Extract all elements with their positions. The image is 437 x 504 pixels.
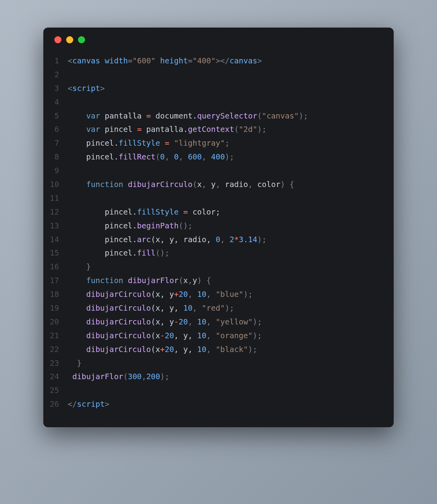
code-line[interactable]: 14 pincel.arc(x, y, radio, 0, 2*3.14); xyxy=(43,233,394,247)
code-content[interactable]: pincel.fillRect(0, 0, 600, 400); xyxy=(68,150,234,164)
code-editor[interactable]: 1<canvas width="600" height="400"></canv… xyxy=(43,43,394,427)
code-content[interactable]: function dibujarFlor(x,y) { xyxy=(68,274,211,288)
line-number: 13 xyxy=(43,219,68,233)
code-content[interactable]: dibujarCirculo(x, y, 10, "red"); xyxy=(68,302,234,315)
code-line[interactable]: 24 dibujarFlor(300,200); xyxy=(43,370,394,384)
code-line[interactable]: 5 var pantalla = document.querySelector(… xyxy=(43,109,394,123)
code-line[interactable]: 10 function dibujarCirculo(x, y, radio, … xyxy=(43,178,394,192)
line-number: 14 xyxy=(43,233,68,247)
code-content[interactable]: dibujarFlor(300,200); xyxy=(68,370,169,384)
code-line[interactable]: 11 xyxy=(43,192,394,206)
line-number: 4 xyxy=(43,96,68,109)
line-number: 1 xyxy=(43,54,68,68)
maximize-icon[interactable] xyxy=(78,36,85,43)
code-line[interactable]: 4 xyxy=(43,96,394,109)
line-number: 5 xyxy=(43,109,68,123)
code-line[interactable]: 6 var pincel = pantalla.getContext("2d")… xyxy=(43,123,394,137)
code-line[interactable]: 7 pincel.fillStyle = "lightgray"; xyxy=(43,137,394,150)
code-line[interactable]: 2 xyxy=(43,68,394,82)
code-content[interactable]: <script> xyxy=(68,82,105,96)
close-icon[interactable] xyxy=(54,36,61,43)
code-line[interactable]: 18 dibujarCirculo(x, y+20, 10, "blue"); xyxy=(43,288,394,302)
code-content[interactable]: var pantalla = document.querySelector("c… xyxy=(68,109,308,123)
code-line[interactable]: 3<script> xyxy=(43,82,394,96)
code-content[interactable]: </script> xyxy=(68,398,109,411)
code-content[interactable]: dibujarCirculo(x+20, y, 10, "black"); xyxy=(68,343,257,357)
line-number: 3 xyxy=(43,82,68,96)
code-content[interactable]: dibujarCirculo(x, y-20, 10, "yellow"); xyxy=(68,315,262,329)
line-number: 17 xyxy=(43,274,68,288)
code-line[interactable]: 15 pincel.fill(); xyxy=(43,246,394,260)
code-line[interactable]: 23 } xyxy=(43,357,394,371)
line-number: 11 xyxy=(43,192,68,206)
code-content[interactable]: pincel.fill(); xyxy=(68,246,169,260)
line-number: 26 xyxy=(43,398,68,411)
code-content[interactable]: } xyxy=(68,260,91,274)
code-content[interactable]: } xyxy=(68,357,81,371)
line-number: 2 xyxy=(43,68,68,82)
line-number: 19 xyxy=(43,302,68,315)
code-content[interactable]: function dibujarCirculo(x, y, radio, col… xyxy=(68,178,294,192)
code-content[interactable]: dibujarCirculo(x-20, y, 10, "orange"); xyxy=(68,329,262,343)
line-number: 15 xyxy=(43,246,68,260)
line-number: 10 xyxy=(43,178,68,192)
code-line[interactable]: 9 xyxy=(43,164,394,178)
code-line[interactable]: 21 dibujarCirculo(x-20, y, 10, "orange")… xyxy=(43,329,394,343)
code-line[interactable]: 16 } xyxy=(43,260,394,274)
line-number: 23 xyxy=(43,357,68,371)
line-number: 8 xyxy=(43,150,68,164)
line-number: 18 xyxy=(43,288,68,302)
line-number: 9 xyxy=(43,164,68,178)
code-content[interactable]: pincel.fillStyle = "lightgray"; xyxy=(68,137,230,150)
titlebar xyxy=(43,28,394,43)
code-content[interactable]: pincel.arc(x, y, radio, 0, 2*3.14); xyxy=(68,233,267,247)
line-number: 21 xyxy=(43,329,68,343)
code-line[interactable]: 12 pincel.fillStyle = color; xyxy=(43,206,394,219)
code-content[interactable]: dibujarCirculo(x, y+20, 10, "blue"); xyxy=(68,288,253,302)
line-number: 16 xyxy=(43,260,68,274)
code-content[interactable]: var pincel = pantalla.getContext("2d"); xyxy=(68,123,267,137)
code-editor-window: 1<canvas width="600" height="400"></canv… xyxy=(43,28,394,427)
code-line[interactable]: 22 dibujarCirculo(x+20, y, 10, "black"); xyxy=(43,343,394,357)
line-number: 12 xyxy=(43,206,68,219)
code-line[interactable]: 17 function dibujarFlor(x,y) { xyxy=(43,274,394,288)
code-line[interactable]: 20 dibujarCirculo(x, y-20, 10, "yellow")… xyxy=(43,315,394,329)
minimize-icon[interactable] xyxy=(66,36,73,43)
code-content[interactable]: pincel.fillStyle = color; xyxy=(68,206,220,219)
code-line[interactable]: 19 dibujarCirculo(x, y, 10, "red"); xyxy=(43,302,394,315)
line-number: 6 xyxy=(43,123,68,137)
code-content[interactable]: <canvas width="600" height="400"></canva… xyxy=(68,54,262,68)
code-content[interactable]: pincel.beginPath(); xyxy=(68,219,193,233)
line-number: 22 xyxy=(43,343,68,357)
line-number: 25 xyxy=(43,384,68,398)
code-line[interactable]: 8 pincel.fillRect(0, 0, 600, 400); xyxy=(43,150,394,164)
code-line[interactable]: 13 pincel.beginPath(); xyxy=(43,219,394,233)
line-number: 20 xyxy=(43,315,68,329)
code-line[interactable]: 1<canvas width="600" height="400"></canv… xyxy=(43,54,394,68)
code-line[interactable]: 25 xyxy=(43,384,394,398)
line-number: 7 xyxy=(43,137,68,150)
code-line[interactable]: 26</script> xyxy=(43,398,394,411)
line-number: 24 xyxy=(43,370,68,384)
